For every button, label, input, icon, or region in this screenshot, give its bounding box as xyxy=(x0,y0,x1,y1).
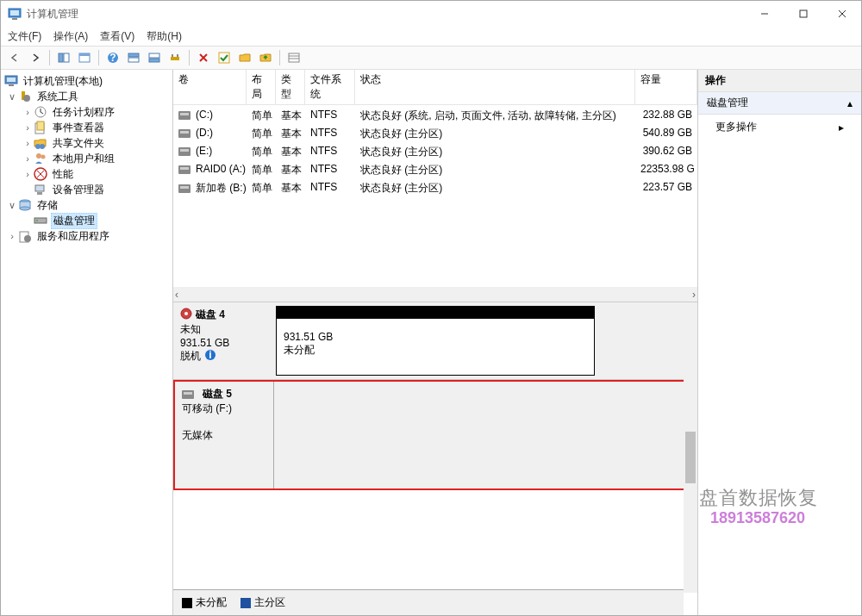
svg-point-35 xyxy=(41,155,46,159)
expand-icon[interactable]: › xyxy=(6,231,18,241)
settings-button[interactable] xyxy=(166,49,184,66)
actions-more[interactable]: 更多操作 ▸ xyxy=(698,115,861,140)
menubar: 文件(F) 操作(A) 查看(V) 帮助(H) xyxy=(1,27,861,46)
tree-task-scheduler[interactable]: › 任务计划程序 xyxy=(3,104,171,120)
svg-rect-7 xyxy=(59,53,63,62)
volume-rows: (C:) 简单 基本 NTFS 状态良好 (系统, 启动, 页面文件, 活动, … xyxy=(173,105,697,287)
disk-icon xyxy=(180,308,192,322)
disk-size-text: 931.51 GB xyxy=(180,337,265,349)
partition-size: 931.51 GB xyxy=(284,331,587,343)
disk-4-header: 磁盘 4 未知 931.51 GB 脱机i xyxy=(173,302,272,379)
svg-point-47 xyxy=(184,312,188,315)
disk-status-text: 未知 xyxy=(180,322,265,337)
toolbar: ? xyxy=(1,46,861,70)
svg-rect-13 xyxy=(128,53,139,57)
collapse-icon[interactable]: ∨ xyxy=(6,200,18,211)
menu-help[interactable]: 帮助(H) xyxy=(147,29,182,44)
properties-button[interactable] xyxy=(76,49,93,66)
folder-button[interactable] xyxy=(236,49,253,66)
tree-root[interactable]: 计算机管理(本地) xyxy=(3,73,171,89)
menu-view[interactable]: 查看(V) xyxy=(100,29,134,44)
view-top-button[interactable] xyxy=(125,49,142,66)
svg-rect-2 xyxy=(12,18,17,20)
watermark-phone: 18913587620 xyxy=(710,509,805,527)
expand-icon[interactable]: › xyxy=(22,169,34,179)
separator xyxy=(189,50,190,65)
disk-5-row[interactable]: 磁盘 5 可移动 (F:) 无媒体 xyxy=(173,380,697,490)
col-layout[interactable]: 布局 xyxy=(247,70,276,104)
col-capacity[interactable]: 容量 xyxy=(635,70,697,104)
svg-point-34 xyxy=(36,153,41,159)
col-type[interactable]: 类型 xyxy=(276,70,305,104)
svg-rect-14 xyxy=(128,58,139,62)
volume-header: 卷 布局 类型 文件系统 状态 容量 xyxy=(173,70,697,105)
storage-icon xyxy=(18,198,32,212)
col-filesystem[interactable]: 文件系统 xyxy=(305,70,355,104)
tree-shared-folders[interactable]: › 共享文件夹 xyxy=(3,135,171,151)
svg-rect-38 xyxy=(37,192,42,195)
tree-performance[interactable]: › 性能 xyxy=(3,166,171,182)
content-area: 卷 布局 类型 文件系统 状态 容量 (C:) 简单 基本 NTFS 状态良好 … xyxy=(173,70,697,615)
tree-disk-management[interactable]: 磁盘管理 xyxy=(3,213,171,228)
svg-text:?: ? xyxy=(109,52,116,64)
svg-rect-26 xyxy=(9,84,14,86)
collapse-up-icon[interactable]: ▴ xyxy=(847,97,853,109)
svg-text:i: i xyxy=(209,349,211,361)
forward-button[interactable] xyxy=(27,49,44,66)
volume-list-pane: 卷 布局 类型 文件系统 状态 容量 (C:) 简单 基本 NTFS 状态良好 … xyxy=(173,70,697,302)
col-volume[interactable]: 卷 xyxy=(173,70,247,104)
svg-rect-4 xyxy=(800,10,807,17)
volume-row[interactable]: (D:) 简单 基本 NTFS 状态良好 (主分区) 540.89 GB xyxy=(173,125,697,143)
app-icon xyxy=(8,7,22,21)
volume-row[interactable]: 新加卷 (B:) 简单 基本 NTFS 状态良好 (主分区) 223.57 GB xyxy=(173,179,697,197)
nav-tree[interactable]: 计算机管理(本地) ∨ 系统工具 › 任务计划程序 › 事件查看器 › 共享文件… xyxy=(1,70,173,615)
svg-rect-17 xyxy=(171,57,179,60)
maximize-button[interactable] xyxy=(784,1,822,27)
legend-primary: 主分区 xyxy=(240,595,285,610)
drive-icon xyxy=(178,147,191,156)
folder-up-button[interactable] xyxy=(257,49,274,66)
main-body: 计算机管理(本地) ∨ 系统工具 › 任务计划程序 › 事件查看器 › 共享文件… xyxy=(1,70,861,615)
expand-icon[interactable]: › xyxy=(22,122,34,133)
svg-rect-31 xyxy=(37,121,44,130)
back-button[interactable] xyxy=(6,49,23,66)
menu-action[interactable]: 操作(A) xyxy=(53,29,88,44)
collapse-icon[interactable]: ∨ xyxy=(6,91,18,103)
tree-storage[interactable]: ∨ 存储 xyxy=(3,197,171,213)
delete-button[interactable] xyxy=(195,49,212,66)
check-button[interactable] xyxy=(216,49,233,66)
list-view-button[interactable] xyxy=(285,49,303,66)
expand-icon[interactable]: › xyxy=(22,107,34,117)
tree-system-tools[interactable]: ∨ 系统工具 xyxy=(3,89,171,104)
info-icon[interactable]: i xyxy=(204,349,216,364)
tree-local-users[interactable]: › 本地用户和组 xyxy=(3,151,171,166)
col-status[interactable]: 状态 xyxy=(355,70,635,104)
svg-rect-18 xyxy=(172,54,173,57)
tree-event-viewer[interactable]: › 事件查看器 xyxy=(3,120,171,135)
disk-4-row[interactable]: 磁盘 4 未知 931.51 GB 脱机i 931.51 GB 未分配 xyxy=(173,302,697,380)
tree-device-manager[interactable]: 设备管理器 xyxy=(3,182,171,197)
view-bottom-button[interactable] xyxy=(146,49,163,66)
tree-services[interactable]: › 服务和应用程序 xyxy=(3,228,171,244)
svg-rect-16 xyxy=(149,59,159,62)
expand-icon[interactable]: › xyxy=(22,153,34,164)
volume-row[interactable]: (C:) 简单 基本 NTFS 状态良好 (系统, 启动, 页面文件, 活动, … xyxy=(173,107,697,125)
v-scrollbar[interactable] xyxy=(684,302,697,593)
svg-rect-10 xyxy=(79,53,90,56)
device-icon xyxy=(34,183,47,196)
menu-file[interactable]: 文件(F) xyxy=(8,29,41,44)
computer-icon xyxy=(4,74,18,88)
minimize-button[interactable] xyxy=(745,1,784,27)
volume-row[interactable]: (E:) 简单 基本 NTFS 状态良好 (主分区) 390.62 GB xyxy=(173,143,697,161)
show-hide-tree-button[interactable] xyxy=(55,49,72,66)
svg-rect-8 xyxy=(64,53,69,62)
drive-icon xyxy=(178,184,191,193)
volume-row[interactable]: RAID0 (A:) 简单 基本 NTFS 状态良好 (主分区) 22353.9… xyxy=(173,161,697,179)
h-scrollbar[interactable]: ‹› xyxy=(173,287,697,302)
close-button[interactable] xyxy=(822,1,861,27)
partition-unallocated[interactable]: 931.51 GB 未分配 xyxy=(276,306,595,376)
expand-icon[interactable]: › xyxy=(22,138,34,148)
svg-rect-20 xyxy=(219,53,229,63)
actions-section[interactable]: 磁盘管理 ▴ xyxy=(698,92,861,115)
help-button[interactable]: ? xyxy=(104,49,122,66)
